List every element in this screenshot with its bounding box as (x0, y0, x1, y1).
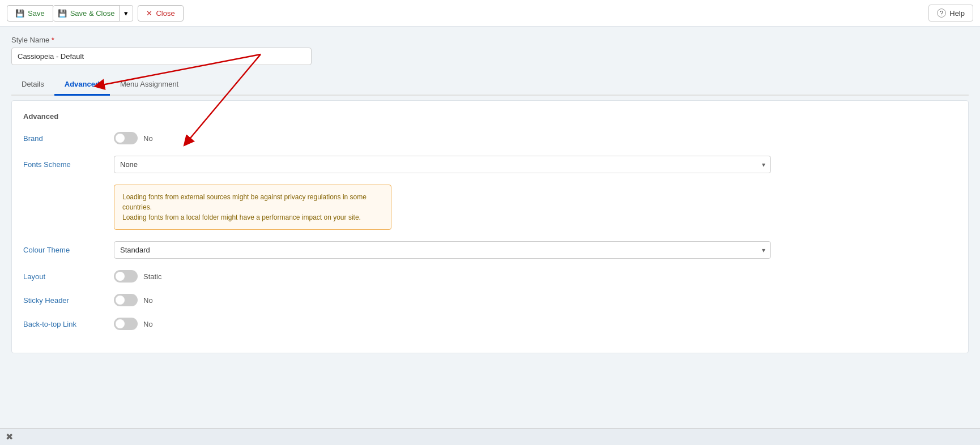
fonts-scheme-control: None Roboto + Source Sans Pro Source Ser… (114, 156, 957, 173)
colour-theme-select-wrapper: Standard Alternative ▾ (114, 241, 771, 259)
close-icon: ✕ (146, 9, 152, 18)
layout-row: Layout Static (23, 270, 957, 283)
warning-box: Loading fonts from external sources migh… (114, 185, 391, 230)
tab-advanced[interactable]: Advanced (54, 74, 110, 96)
layout-toggle-text: Static (143, 272, 162, 281)
back-to-top-row: Back-to-top Link No (23, 318, 957, 330)
toolbar: 💾 Save 💾 Save & Close ▾ ✕ Close ? Help (0, 0, 980, 27)
fonts-scheme-select-wrapper: None Roboto + Source Sans Pro Source Ser… (114, 156, 771, 173)
sticky-header-row: Sticky Header No (23, 294, 957, 306)
save-dropdown-button[interactable]: ▾ (120, 5, 133, 22)
brand-toggle-slider (114, 132, 138, 144)
tabs-container: Details Advanced Menu Assignment (11, 74, 969, 96)
page-content: Style Name * Details Advanced Menu Assig… (0, 27, 980, 362)
sticky-header-toggle-text: No (143, 296, 153, 305)
layout-control: Static (114, 270, 957, 283)
brand-row: Brand No (23, 132, 957, 144)
save-group: 💾 Save 💾 Save & Close ▾ (7, 5, 133, 22)
save-close-label: Save & Close (70, 9, 115, 18)
help-icon: ? (937, 8, 946, 18)
warning-line1: Loading fonts from external sources migh… (122, 193, 367, 211)
back-to-top-toggle-slider (114, 318, 138, 330)
close-button[interactable]: ✕ Close (138, 5, 183, 22)
warning-line2: Loading fonts from a local folder might … (122, 213, 361, 221)
sticky-header-label: Sticky Header (23, 296, 114, 305)
help-label: Help (949, 9, 965, 18)
advanced-panel: Advanced Brand No Fonts Scheme None Robo… (11, 100, 969, 353)
colour-theme-select[interactable]: Standard Alternative (114, 241, 771, 259)
save-button[interactable]: 💾 Save (7, 5, 53, 22)
colour-theme-control: Standard Alternative ▾ (114, 241, 957, 259)
colour-theme-label: Colour Theme (23, 246, 114, 254)
layout-toggle[interactable] (114, 270, 138, 283)
close-label: Close (156, 9, 174, 18)
tab-details[interactable]: Details (11, 74, 54, 96)
layout-label: Layout (23, 272, 114, 281)
save-close-button[interactable]: 💾 Save & Close (53, 5, 120, 22)
save-icon: 💾 (15, 9, 24, 18)
brand-label: Brand (23, 134, 114, 143)
layout-toggle-slider (114, 270, 138, 283)
brand-toggle-text: No (143, 134, 153, 143)
brand-toggle[interactable] (114, 132, 138, 144)
style-name-input[interactable] (11, 48, 312, 65)
sticky-header-control: No (114, 294, 957, 306)
back-to-top-toggle[interactable] (114, 318, 138, 330)
panel-title: Advanced (23, 112, 957, 121)
fonts-scheme-select[interactable]: None Roboto + Source Sans Pro Source Ser… (114, 156, 771, 173)
required-indicator: * (52, 36, 54, 44)
brand-control: No (114, 132, 957, 144)
tab-menu-assignment[interactable]: Menu Assignment (110, 74, 189, 96)
fonts-scheme-label: Fonts Scheme (23, 160, 114, 169)
back-to-top-toggle-text: No (143, 320, 153, 328)
sticky-header-toggle[interactable] (114, 294, 138, 306)
style-name-group: Style Name * (11, 36, 969, 65)
fonts-scheme-row: Fonts Scheme None Roboto + Source Sans P… (23, 156, 957, 173)
style-name-label: Style Name * (11, 36, 969, 44)
back-to-top-control: No (114, 318, 957, 330)
colour-theme-row: Colour Theme Standard Alternative ▾ (23, 241, 957, 259)
save-label: Save (28, 9, 45, 18)
save-icon-2: 💾 (58, 9, 67, 18)
sticky-header-toggle-slider (114, 294, 138, 306)
chevron-down-icon: ▾ (124, 9, 128, 18)
help-button[interactable]: ? Help (928, 5, 973, 22)
back-to-top-label: Back-to-top Link (23, 320, 114, 328)
